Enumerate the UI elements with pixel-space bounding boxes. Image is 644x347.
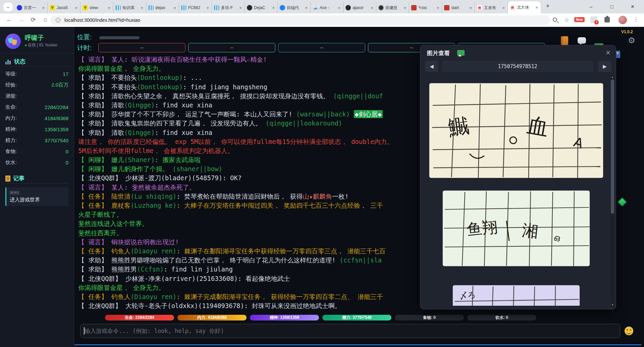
bookmark-star-icon[interactable]: ☆ (564, 16, 569, 23)
viewer-prev-button[interactable]: ◀ (425, 61, 438, 72)
browser-tab-13[interactable]: ✎toc× (409, 2, 442, 13)
tab-close-icon[interactable]: × (140, 5, 144, 10)
tab-close-icon[interactable]: × (304, 5, 308, 10)
scrollbar-thumb[interactable] (611, 80, 614, 214)
chat-segment: (shaner||bow) (172, 165, 222, 172)
browser-tab-6[interactable]: FC682× (179, 2, 212, 13)
viewer-next-button[interactable]: ▶ (598, 61, 611, 72)
cloud-favicon-icon: ☁ (313, 5, 318, 10)
reload-button[interactable]: ⟳ (29, 16, 38, 23)
handwriting-image-1[interactable]: 鱡 血 A (429, 83, 603, 178)
browser-tab-7[interactable]: 多弦-F× (212, 2, 245, 13)
svg-text:鱼翔: 鱼翔 (466, 217, 498, 239)
chat-segment: : find xue xina (155, 101, 212, 109)
extensions-puzzle-icon[interactable] (604, 17, 610, 22)
stat-value: 4184/8368 (45, 115, 68, 121)
chat-segment: : 棘渊子完成鄱阳湖寻宝任务， 获得经验一万零四百零二点、 潜能三千 (176, 293, 383, 300)
tab-close-icon[interactable]: × (337, 5, 341, 10)
viewer-close-icon[interactable]: × (606, 48, 610, 57)
handwriting-image-3[interactable]: 〆ろ (452, 285, 580, 306)
scroll-icon (5, 176, 10, 182)
status-pill-5: 食物: 0 (395, 315, 464, 320)
home-button[interactable]: ⌂ (41, 16, 50, 23)
browser-profile-avatar[interactable] (619, 16, 627, 24)
viewer-scrollbar[interactable]: ▲ ▼ (610, 75, 614, 307)
status-section-title: 状态 (14, 58, 25, 65)
tab-close-icon[interactable]: × (469, 5, 473, 10)
stat-row-7: 精力:3770/7540 (5, 135, 68, 146)
tab-close-icon[interactable]: × (41, 5, 45, 10)
tab-close-icon[interactable]: × (238, 5, 243, 10)
journal-icon[interactable] (561, 36, 568, 45)
scroll-up-icon[interactable]: ▲ (610, 76, 614, 79)
stat-value: 0 (66, 149, 68, 154)
tab-close-icon[interactable]: × (206, 5, 210, 10)
github-favicon-icon (247, 5, 252, 10)
browser-tab-5[interactable]: dejao× (146, 2, 179, 13)
player-avatar[interactable] (5, 34, 21, 49)
tab-search-button[interactable]: ⌄ (3, 3, 13, 11)
site-info-icon[interactable]: i (56, 18, 60, 22)
address-bar[interactable]: i localhost:3000/index.html?id=huxiao (50, 15, 550, 25)
browser-tab-14[interactable]: start× (442, 2, 475, 13)
new-tab-button[interactable]: + (546, 3, 550, 10)
status-section-header: 状态 (5, 58, 25, 65)
browser-tab-15[interactable]: 侠又发布× (475, 2, 508, 13)
chat-segment: 【 求助】 清歌 (78, 101, 124, 109)
browser-tab-2[interactable]: VJavaS× (48, 2, 80, 13)
tab-close-icon[interactable]: × (403, 5, 407, 10)
viewer-image-id[interactable]: 1750754978512 (442, 61, 593, 72)
tab-close-icon[interactable]: × (74, 5, 78, 10)
chat-segment: 5M后长时间不使用fullme， 会被系统判定为机器人。 (78, 147, 234, 154)
chat-segment: 【 任务】 钓鱼人 (78, 293, 130, 300)
status-pill-3: 精神: 1359/1359 (250, 315, 319, 320)
emoji-button[interactable] (625, 327, 633, 335)
browser-tab-1[interactable]: 百度一× (15, 2, 48, 13)
tab-close-icon[interactable]: × (436, 5, 440, 10)
tab-label: 百度一 (24, 5, 41, 11)
chat-segment: 你渴得眼冒金星， 全身无力。 (78, 284, 165, 291)
chat-segment: (warsaw||back) (296, 110, 350, 118)
url-text[interactable]: localhost:3000/index.html?id=huxiao (64, 17, 140, 23)
browser-tab-10[interactable]: ☁Ace -× (311, 2, 343, 13)
tab-close-icon[interactable]: × (535, 5, 539, 10)
browser-tab-8[interactable]: DejaC× (245, 2, 278, 13)
chat-segment: 火星子断线了。 (78, 211, 123, 218)
browser-tab-9[interactable]: 前端代× (278, 2, 311, 13)
browser-tab-3[interactable]: Vview-× (80, 2, 113, 13)
csdn-favicon-icon (148, 5, 154, 10)
command-input[interactable] (85, 324, 614, 338)
forward-button[interactable]: → (17, 16, 25, 23)
browser-tab-12[interactable]: 搭建技× (376, 2, 409, 13)
window-close-button[interactable]: × (626, 2, 639, 11)
player-name: 呼啸子 (25, 34, 44, 42)
csdn-favicon-icon (181, 5, 186, 10)
svg-text:湘: 湘 (521, 220, 539, 241)
status-pill-bar: 生命: 2284/2284内力: 4184/8368精神: 1359/1359精… (105, 315, 536, 320)
scroll-down-icon[interactable]: ▼ (610, 303, 614, 306)
tab-close-icon[interactable]: × (370, 5, 374, 10)
tab-close-icon[interactable]: × (271, 5, 275, 10)
chat-segment: (Shaner) (124, 156, 155, 163)
chat-segment: : find jiang hangsheng (183, 83, 267, 91)
stat-row-3: 潜能: (5, 91, 68, 102)
tab-close-icon[interactable]: × (107, 5, 111, 10)
handwriting-image-2[interactable]: 鱼翔 湘 ഒ (442, 190, 590, 266)
tab-close-icon[interactable]: × (501, 5, 505, 10)
browser-tab-11[interactable]: ajaxor× (343, 2, 376, 13)
stat-row-5: 内力:4184/8368 (5, 113, 68, 124)
settings-gear-icon[interactable]: ⚙ (628, 36, 635, 45)
new-extension-badge[interactable]: New (574, 17, 585, 22)
tab-close-icon[interactable]: × (173, 5, 177, 10)
chat-segment: 【 谣言】 某人: 斐然被余超杰杀死了。 (78, 184, 196, 191)
svg-text:鱡: 鱡 (447, 113, 471, 140)
window-maximize-button[interactable]: □ (605, 2, 619, 11)
browser-tab-4[interactable]: 知识库× (113, 2, 146, 13)
browser-menu-icon[interactable]: ⋮ (633, 16, 639, 22)
zoom-indicator-icon[interactable] (553, 17, 557, 22)
browser-tab-16[interactable]: 侠北大侠× (508, 1, 541, 13)
back-button[interactable]: ← (5, 16, 13, 23)
chat-bubble-icon[interactable] (578, 37, 586, 44)
sidebar: 呼啸子 在线 | ID: huxiao 状态 等级:17经验:2.0百万潜能:生… (0, 27, 74, 347)
window-minimize-button[interactable]: – (584, 2, 598, 11)
